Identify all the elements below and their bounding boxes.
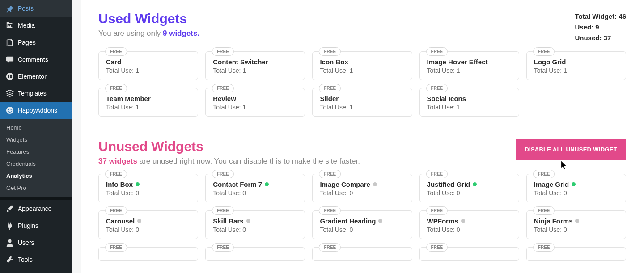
widget-card[interactable]: FREEJustified GridTotal Use: 0 <box>419 174 519 202</box>
status-dot-grey <box>137 219 141 223</box>
widget-card[interactable]: FREEGradient HeadingTotal Use: 0 <box>312 210 412 239</box>
sidebar-item-label: Pages <box>18 39 36 46</box>
sidebar-item-appearance[interactable]: Appearance <box>0 200 72 217</box>
widget-card[interactable]: FREEImage GridTotal Use: 0 <box>526 174 626 202</box>
tool-icon <box>5 255 14 264</box>
widget-name: Skill Bars <box>213 217 297 225</box>
widget-tag: FREE <box>105 84 127 92</box>
widget-tag: FREE <box>319 243 341 252</box>
sidebar-item-media[interactable]: Media <box>0 17 72 34</box>
widget-card[interactable]: FREESkill BarsTotal Use: 0 <box>205 210 305 239</box>
widget-card[interactable]: FREE <box>419 247 519 261</box>
widget-card[interactable]: FREE <box>205 247 305 261</box>
status-dot-green <box>136 182 140 186</box>
stat-used-val: 9 <box>595 23 599 31</box>
widget-card[interactable]: FREESliderTotal Use: 1 <box>312 88 412 117</box>
sidebar-item-pages[interactable]: Pages <box>0 34 72 51</box>
widget-card[interactable]: FREEInfo BoxTotal Use: 0 <box>98 174 198 202</box>
happyaddons-submenu: HomeWidgetsFeaturesCredentialsAnalyticsG… <box>0 119 72 197</box>
sidebar-item-tools[interactable]: Tools <box>0 251 72 268</box>
widget-card[interactable]: FREEImage CompareTotal Use: 0 <box>312 174 412 202</box>
status-dot-green <box>572 182 576 186</box>
widget-card[interactable]: FREEImage Hover EffectTotal Use: 1 <box>419 51 519 80</box>
unused-widgets-header: Unused Widgets 37 widgets are unused rig… <box>98 139 626 166</box>
widget-tag: FREE <box>319 84 341 92</box>
widget-tag: FREE <box>426 170 448 178</box>
submenu-item-home[interactable]: Home <box>0 122 72 134</box>
submenu-item-analytics[interactable]: Analytics <box>0 170 72 182</box>
sidebar-item-label: Elementor <box>18 73 47 80</box>
widget-tag: FREE <box>533 47 555 56</box>
widget-stats: Total Widget: 46 Used: 9 Unused: 37 <box>575 11 626 43</box>
sidebar-item-templates[interactable]: Templates <box>0 85 72 102</box>
main-content: Used Widgets You are using only 9 widget… <box>80 0 644 273</box>
pin-icon <box>5 4 14 13</box>
widget-use-count: Total Use: 0 <box>534 189 619 197</box>
widget-name: Image Grid <box>534 181 619 188</box>
widget-use-count: Total Use: 1 <box>106 104 191 111</box>
widget-name: Card <box>106 58 191 66</box>
stat-unused-label: Unused: <box>575 34 603 42</box>
happy-icon <box>5 106 14 115</box>
widget-use-count: Total Use: 0 <box>427 226 512 233</box>
widget-card[interactable]: FREECardTotal Use: 1 <box>98 51 198 80</box>
sidebar-item-users[interactable]: Users <box>0 234 72 251</box>
sidebar-item-plugins[interactable]: Plugins <box>0 217 72 234</box>
templates-icon <box>5 89 14 98</box>
sidebar-item-label: Users <box>18 239 34 246</box>
widget-card[interactable]: FREELogo GridTotal Use: 1 <box>526 51 626 80</box>
widget-card[interactable]: FREEIcon BoxTotal Use: 1 <box>312 51 412 80</box>
sidebar-item-comments[interactable]: Comments <box>0 51 72 68</box>
widget-card[interactable]: FREEContact Form 7Total Use: 0 <box>205 174 305 202</box>
status-dot-green <box>473 182 477 186</box>
widget-card[interactable]: FREE <box>98 247 198 261</box>
widget-use-count: Total Use: 0 <box>534 226 619 233</box>
unused-sub-suffix: are unused right now. You can disable th… <box>137 157 360 165</box>
sidebar-item-happyaddons[interactable]: HappyAddons <box>0 102 72 119</box>
admin-sidebar: PostsMediaPagesCommentsElementorTemplate… <box>0 0 72 273</box>
widget-tag: FREE <box>426 243 448 252</box>
widget-tag: FREE <box>212 47 234 56</box>
widget-use-count: Total Use: 0 <box>427 189 512 197</box>
widget-card[interactable]: FREENinja FormsTotal Use: 0 <box>526 210 626 239</box>
sidebar-item-label: Media <box>18 22 35 29</box>
widget-use-count: Total Use: 0 <box>106 189 191 197</box>
widget-tag: FREE <box>426 47 448 56</box>
submenu-item-credentials[interactable]: Credentials <box>0 158 72 170</box>
widget-tag: FREE <box>105 47 127 56</box>
widget-name: Slider <box>320 95 404 102</box>
submenu-item-features[interactable]: Features <box>0 146 72 158</box>
widget-use-count: Total Use: 0 <box>106 226 191 233</box>
widget-card[interactable]: FREEReviewTotal Use: 1 <box>205 88 305 117</box>
disable-all-button[interactable]: DISABLE ALL UNUSED WIDGET <box>516 139 626 160</box>
submenu-item-get-pro[interactable]: Get Pro <box>0 182 72 194</box>
widget-tag: FREE <box>105 206 127 215</box>
sidebar-item-posts[interactable]: Posts <box>0 0 72 17</box>
widget-card[interactable]: FREEWPFormsTotal Use: 0 <box>419 210 519 239</box>
widget-card[interactable]: FREEContent SwitcherTotal Use: 1 <box>205 51 305 80</box>
widget-tag: FREE <box>533 206 555 215</box>
widget-tag: FREE <box>212 84 234 92</box>
widget-use-count: Total Use: 1 <box>534 67 619 74</box>
used-widgets-grid: FREECardTotal Use: 1FREEContent Switcher… <box>98 51 626 117</box>
plugin-icon <box>5 221 14 230</box>
widget-name: Carousel <box>106 217 191 225</box>
submenu-item-widgets[interactable]: Widgets <box>0 134 72 146</box>
status-dot-grey <box>461 219 465 223</box>
comment-icon <box>5 55 14 64</box>
widget-card[interactable]: FREE <box>312 247 412 261</box>
widget-card[interactable]: FREE <box>526 247 626 261</box>
unused-widgets-subtitle: 37 widgets are unused right now. You can… <box>98 157 360 166</box>
sidebar-item-label: Templates <box>18 90 47 97</box>
sidebar-item-label: Posts <box>18 5 34 12</box>
widget-card[interactable]: FREETeam MemberTotal Use: 1 <box>98 88 198 117</box>
widget-name: Icon Box <box>320 58 404 66</box>
widget-tag: FREE <box>426 206 448 215</box>
widget-use-count: Total Use: 1 <box>320 67 404 74</box>
widget-card[interactable]: FREECarouselTotal Use: 0 <box>98 210 198 239</box>
sidebar-item-label: Comments <box>18 56 48 63</box>
used-sub-count: 9 widgets. <box>163 29 199 38</box>
sidebar-item-elementor[interactable]: Elementor <box>0 68 72 85</box>
unused-widgets-grid: FREEInfo BoxTotal Use: 0FREEContact Form… <box>98 174 626 261</box>
widget-card[interactable]: FREESocial IconsTotal Use: 1 <box>419 88 519 117</box>
